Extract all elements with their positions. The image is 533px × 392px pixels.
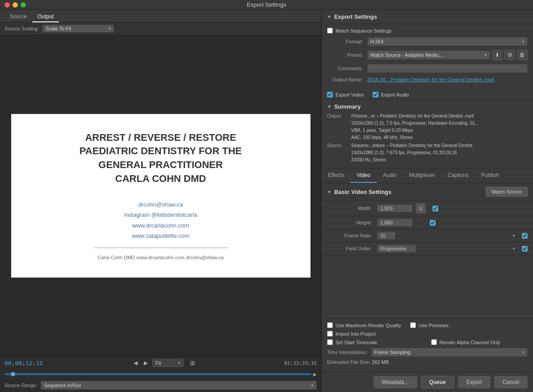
summary-section: ▼ Summary Output: /Volume...re – Pediatr… <box>322 99 533 168</box>
tab-publish[interactable]: Publish <box>475 169 505 183</box>
summary-toggle[interactable]: ▼ <box>327 104 332 109</box>
tab-captions[interactable]: Captions <box>441 169 475 183</box>
tab-effects[interactable]: Effects <box>322 169 350 183</box>
match-sequence-label: Match Sequence Settings <box>336 28 391 34</box>
render-alpha-text: Render Alpha Channel Only <box>440 340 500 345</box>
tab-source[interactable]: Source <box>4 12 32 22</box>
summary-title: Summary <box>334 103 361 110</box>
source-scaling-select[interactable]: Scale To Fit <box>42 25 114 33</box>
source-range-select[interactable]: Sequence In/Out <box>41 381 317 390</box>
width-checkbox[interactable] <box>432 206 438 211</box>
close-button[interactable] <box>4 2 10 8</box>
export-settings-title: Export Settings <box>334 13 377 20</box>
format-row: Format: H.264 <box>327 37 528 46</box>
comments-input[interactable] <box>367 64 528 73</box>
fit-select[interactable]: Fit <box>152 359 184 367</box>
export-frame-icon[interactable]: ⊞ <box>190 359 195 367</box>
width-input[interactable] <box>377 204 413 212</box>
title-bar: Export Settings <box>0 0 533 10</box>
set-start-timecode-checkbox[interactable] <box>327 339 333 345</box>
tab-audio[interactable]: Audio <box>377 169 403 183</box>
height-checkbox[interactable] <box>430 220 436 226</box>
frame-rate-select[interactable]: 10 <box>377 232 395 240</box>
export-audio-label[interactable]: Export Audio <box>373 92 409 97</box>
height-row: Height: <box>322 216 533 229</box>
tab-video[interactable]: Video <box>350 169 376 183</box>
comments-row: Comments: <box>327 64 528 73</box>
output-name-row: Output Name: 2018-10... Pediatric Dentis… <box>327 76 528 83</box>
tab-output[interactable]: Output <box>32 12 59 22</box>
use-max-render-checkbox[interactable] <box>327 322 333 328</box>
start-timecode-input[interactable]: 00;00;00;00 <box>386 339 422 345</box>
time-interpolation-row: Time Interpolation: Frame Sampling <box>327 348 528 357</box>
format-select[interactable]: H.264 <box>367 37 528 46</box>
prev-frame-btn[interactable]: ◀ <box>132 359 139 367</box>
traffic-lights[interactable] <box>4 2 26 8</box>
use-max-render-label[interactable]: Use Maximum Render Quality <box>327 322 401 328</box>
tab-multiplexer[interactable]: Multiplexer <box>403 169 441 183</box>
use-max-render-text: Use Maximum Render Quality <box>336 323 401 328</box>
export-settings-toggle[interactable]: ▼ <box>327 14 332 19</box>
basic-video-settings-title: Basic Video Settings <box>334 189 391 195</box>
maximize-button[interactable] <box>21 2 26 8</box>
time-interpolation-select[interactable]: Frame Sampling <box>371 348 528 357</box>
source-range-select-wrapper[interactable]: Sequence In/Out <box>41 381 317 390</box>
match-sequence-checkbox[interactable] <box>327 28 333 34</box>
window-title: Export Settings <box>247 1 286 8</box>
output-name-label: Output Name: <box>327 77 363 82</box>
import-project-row: Import Into Project <box>327 331 528 337</box>
export-video-label[interactable]: Export Video <box>327 92 364 97</box>
export-button[interactable]: Export <box>458 376 491 388</box>
field-order-row: Field Order: Progressive <box>322 242 533 255</box>
export-audio-checkbox[interactable] <box>373 92 378 97</box>
match-source-button[interactable]: Match Source <box>486 187 528 197</box>
video-settings-section: ▼ Basic Video Settings Match Source Widt… <box>322 183 533 318</box>
set-start-timecode-text: Set Start Timecode <box>336 340 378 345</box>
manage-preset-btn[interactable]: ⚙ <box>504 50 515 60</box>
video-title-text: ARREST / REVERSE / RESTORE PAEDIATRIC DE… <box>80 131 242 186</box>
save-preset-btn[interactable]: ⬇ <box>492 50 503 60</box>
output-name-value[interactable]: 2018-10... Pediatric Dentistry for the G… <box>367 77 494 82</box>
render-alpha-checkbox[interactable] <box>431 339 437 345</box>
current-timecode: 00;00;12;15 <box>4 360 43 367</box>
frame-rate-checkbox[interactable] <box>522 233 528 239</box>
source-scaling-bar: Source Scaling: Scale To Fit <box>0 22 321 35</box>
frame-rate-label: Frame Rate: <box>327 233 372 238</box>
video-divider <box>94 248 228 248</box>
height-input[interactable] <box>377 219 413 227</box>
import-into-project-label[interactable]: Import Into Project <box>327 331 376 337</box>
left-tabs-bar: Source Output <box>0 10 321 22</box>
export-settings-area: Match Sequence Settings Format: H.264 Pr… <box>322 24 533 90</box>
time-interpolation-label: Time Interpolation: <box>327 350 368 355</box>
link-dimensions-icon[interactable]: ⛓ <box>415 203 426 214</box>
preview-area: ARREST / REVERSE / RESTORE PAEDIATRIC DE… <box>0 35 321 356</box>
render-alpha-label[interactable]: Render Alpha Channel Only <box>431 339 500 345</box>
source-scaling-label: Source Scaling: <box>4 26 39 31</box>
preset-select[interactable]: Match Source - Adaptive Mediu... <box>367 51 490 59</box>
field-order-select[interactable]: Progressive <box>377 244 416 253</box>
file-size-row: Estimated File Size: 262 MB <box>327 359 528 365</box>
source-scaling-select-wrapper[interactable]: Scale To Fit <box>42 25 114 33</box>
metadata-button[interactable]: Metadata... <box>374 376 417 388</box>
export-checkboxes: Export Video Export Audio <box>322 90 533 99</box>
use-previews-checkbox[interactable] <box>410 322 416 328</box>
fit-select-wrapper[interactable]: Fit <box>152 359 184 367</box>
right-panel: ▼ Export Settings Match Sequence Setting… <box>322 10 533 392</box>
use-previews-label[interactable]: Use Previews <box>410 322 449 328</box>
export-video-checkbox[interactable] <box>327 92 333 97</box>
timeline-scrubber[interactable] <box>4 373 311 375</box>
export-settings-header: ▼ Export Settings <box>322 10 533 24</box>
field-order-checkbox[interactable] <box>522 246 528 252</box>
cancel-button[interactable]: Cancel <box>494 376 528 388</box>
set-start-timecode-label[interactable]: Set Start Timecode <box>327 339 378 345</box>
end-timecode: 01;33;29;16 <box>284 360 317 366</box>
vs-toggle[interactable]: ▼ <box>327 190 332 194</box>
timeline-end-arrow: ▶ <box>313 372 317 377</box>
import-into-project-checkbox[interactable] <box>327 331 333 337</box>
queue-button[interactable]: Queue <box>421 376 454 388</box>
source-range-label: Source Range: <box>4 383 37 388</box>
minimize-button[interactable] <box>13 2 18 8</box>
delete-preset-btn[interactable]: 🗑 <box>517 50 528 60</box>
match-sequence-checkbox-label[interactable]: Match Sequence Settings <box>327 28 391 34</box>
next-frame-btn[interactable]: ▶ <box>142 359 150 367</box>
